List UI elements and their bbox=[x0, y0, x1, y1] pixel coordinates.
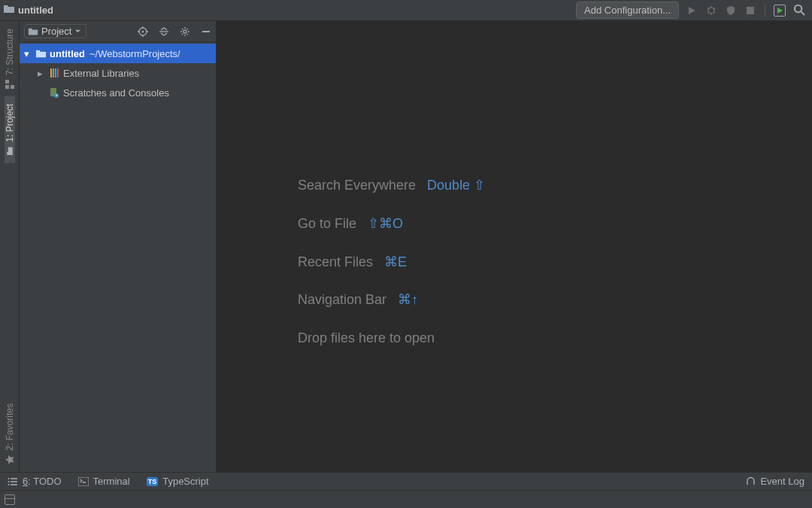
navigation-bar: untitled Add Configuration... bbox=[0, 0, 812, 21]
star-icon bbox=[5, 455, 14, 465]
hide-icon[interactable] bbox=[201, 26, 211, 37]
external-libraries-node[interactable]: ▸ External Libraries bbox=[20, 63, 216, 83]
folder-icon bbox=[3, 3, 15, 17]
status-bar bbox=[0, 490, 812, 508]
run-icon[interactable] bbox=[685, 4, 698, 17]
folder-icon bbox=[35, 47, 47, 59]
tool-tab-label: Terminal bbox=[93, 476, 130, 487]
tool-tab-label: 6: TODO bbox=[23, 476, 62, 487]
svg-point-14 bbox=[8, 484, 10, 485]
locate-icon[interactable] bbox=[138, 26, 148, 37]
svg-point-2 bbox=[794, 5, 801, 12]
tree-node-label: untitled bbox=[50, 48, 85, 59]
project-tree: ▾ untitled ~/WebstormProjects/ ▸ Externa… bbox=[20, 42, 216, 102]
svg-point-7 bbox=[142, 30, 144, 32]
project-root-node[interactable]: ▾ untitled ~/WebstormProjects/ bbox=[20, 44, 216, 63]
svg-point-13 bbox=[8, 481, 10, 482]
scratches-icon bbox=[48, 87, 60, 99]
project-header: Project bbox=[20, 21, 216, 42]
svg-rect-3 bbox=[5, 85, 9, 89]
svg-rect-9 bbox=[202, 31, 210, 32]
tool-tab-project[interactable]: 1: Project bbox=[5, 96, 15, 163]
tool-tab-event-log[interactable]: Event Log bbox=[746, 476, 804, 487]
toolbar-divider bbox=[765, 4, 765, 17]
project-breadcrumb[interactable]: untitled bbox=[18, 5, 53, 16]
tool-tab-label: 2: Favorites bbox=[5, 403, 15, 451]
tree-node-path: ~/WebstormProjects/ bbox=[89, 48, 180, 59]
structure-icon bbox=[5, 79, 14, 90]
project-tool-window: Project ▾ bbox=[20, 21, 217, 472]
run-anything-icon[interactable] bbox=[773, 4, 786, 17]
scratches-node[interactable]: ▸ Scratches and Consoles bbox=[20, 83, 216, 102]
tip-label: Drop files here to open bbox=[298, 330, 435, 345]
add-configuration-button[interactable]: Add Configuration... bbox=[576, 2, 679, 19]
tip-shortcut: ⇧⌘O bbox=[368, 216, 403, 231]
bottom-tool-stripe: 6: TODO Terminal TS TypeScript Event Log bbox=[0, 472, 812, 490]
run-with-coverage-icon[interactable] bbox=[724, 4, 738, 17]
tool-tab-label: Event Log bbox=[760, 476, 804, 487]
list-icon bbox=[8, 477, 18, 486]
gear-icon[interactable] bbox=[180, 26, 190, 37]
left-tool-stripe: 7: Structure 1: Project 2: Favorites bbox=[0, 21, 20, 472]
svg-point-0 bbox=[708, 8, 714, 14]
tool-tab-typescript[interactable]: TS TypeScript bbox=[147, 476, 209, 487]
tool-tab-label: 7: Structure bbox=[5, 29, 15, 75]
editor-area[interactable]: Search Everywhere Double ⇧ Go to File ⇧⌘… bbox=[217, 21, 812, 472]
svg-rect-4 bbox=[5, 80, 9, 84]
tool-tab-structure[interactable]: 7: Structure bbox=[5, 21, 15, 96]
libraries-icon bbox=[48, 67, 60, 79]
tree-node-label: External Libraries bbox=[63, 68, 139, 79]
folder-icon bbox=[5, 146, 14, 157]
svg-point-8 bbox=[183, 30, 186, 33]
project-view-label: Project bbox=[41, 26, 71, 37]
svg-rect-15 bbox=[78, 477, 89, 486]
chevron-right-icon: ▸ bbox=[38, 68, 47, 79]
terminal-icon bbox=[78, 477, 89, 486]
expand-all-icon[interactable] bbox=[159, 26, 169, 37]
tree-node-label: Scratches and Consoles bbox=[63, 87, 169, 99]
tip-label: Recent Files bbox=[298, 254, 373, 269]
tool-tab-terminal[interactable]: Terminal bbox=[78, 476, 130, 487]
tool-tab-todo[interactable]: 6: TODO bbox=[8, 476, 62, 487]
editor-empty-tips: Search Everywhere Double ⇧ Go to File ⇧⌘… bbox=[298, 175, 485, 366]
tip-label: Navigation Bar bbox=[298, 292, 386, 307]
stop-icon[interactable] bbox=[744, 4, 757, 17]
svg-rect-5 bbox=[11, 85, 14, 89]
chevron-down-icon bbox=[74, 28, 81, 35]
tip-shortcut: ⌘E bbox=[384, 254, 407, 269]
tool-tab-label: 1: Project bbox=[5, 104, 15, 142]
debug-icon[interactable] bbox=[704, 4, 718, 17]
search-everywhere-icon[interactable] bbox=[792, 4, 806, 17]
project-view-combo[interactable]: Project bbox=[24, 24, 86, 38]
event-log-icon bbox=[746, 476, 756, 486]
tool-windows-icon[interactable] bbox=[5, 494, 15, 505]
tip-shortcut: Double ⇧ bbox=[427, 178, 485, 193]
svg-rect-1 bbox=[747, 7, 754, 14]
chevron-down-icon: ▾ bbox=[24, 48, 33, 59]
tool-tab-label: TypeScript bbox=[162, 476, 208, 487]
tip-label: Go to File bbox=[298, 216, 356, 231]
tip-shortcut: ⌘↑ bbox=[398, 292, 418, 307]
tip-label: Search Everywhere bbox=[298, 178, 416, 193]
svg-point-12 bbox=[8, 478, 10, 479]
typescript-icon: TS bbox=[147, 477, 159, 486]
folder-icon bbox=[28, 26, 38, 37]
tool-tab-favorites[interactable]: 2: Favorites bbox=[5, 396, 15, 472]
